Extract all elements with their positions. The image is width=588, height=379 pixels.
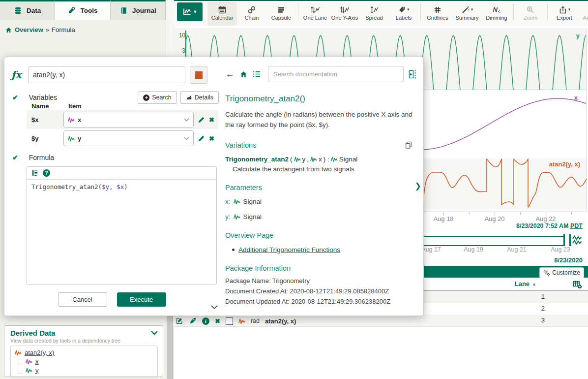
lane-label-y[interactable]: y xyxy=(576,32,580,39)
lane-column-header[interactable]: Lane ▲ xyxy=(515,280,536,287)
tree-root-link[interactable]: atan2(y, x) xyxy=(25,349,54,356)
toolbar-chain-button[interactable]: Chain xyxy=(237,2,266,26)
additional-trig-functions-link[interactable]: Additional Trigonometric Functions xyxy=(238,246,340,253)
rocket-icon[interactable] xyxy=(189,317,197,325)
parameters-heading: Parameters xyxy=(225,184,416,191)
timezone-link[interactable]: PDT xyxy=(570,222,583,229)
edit-variable-icon[interactable] xyxy=(198,116,205,124)
signature-return-type: Signal xyxy=(339,156,358,163)
collapse-panel-icon[interactable] xyxy=(409,69,416,80)
item-select-y[interactable]: y xyxy=(63,130,194,146)
chevron-down-icon: ▾ xyxy=(568,7,571,12)
area-chart-icon xyxy=(186,95,192,100)
summary-wand-icon xyxy=(461,5,470,14)
parameter-x: x: Signal xyxy=(225,198,416,205)
item-select-value: x xyxy=(78,116,81,124)
tab-journal[interactable]: Journal xyxy=(111,0,166,20)
copy-icon[interactable] xyxy=(405,141,412,149)
tree-child-link[interactable]: y xyxy=(35,367,39,374)
toolbar-zoom-button: Zoom xyxy=(516,2,545,26)
auto-update-icon[interactable] xyxy=(572,235,582,245)
remove-variable-icon[interactable]: ✖ xyxy=(209,135,214,142)
variables-section-title: Variables xyxy=(29,94,57,101)
row-checkbox[interactable] xyxy=(226,317,233,325)
signal-icon xyxy=(15,349,22,356)
index-list-icon[interactable] xyxy=(253,70,261,78)
toolbar-one-lane-button[interactable]: One Lane xyxy=(300,2,330,26)
formula-code-input[interactable]: Trigonometry_atan2($y, $x) xyxy=(27,180,216,194)
edit-variable-icon[interactable] xyxy=(198,135,205,142)
details-row-3-item: i ✖ rad atan2(y, x) xyxy=(176,316,296,326)
color-swatch-button[interactable] xyxy=(190,66,207,84)
info-icon[interactable]: i xyxy=(202,317,209,325)
edit-icon[interactable] xyxy=(176,317,183,325)
tree-child-link[interactable]: x xyxy=(35,358,39,365)
overview-page-heading: Overview Page xyxy=(225,231,416,239)
chevron-down-icon xyxy=(184,118,189,122)
toolbar-spread-label: Spread xyxy=(365,15,382,21)
breadcrumb-separator: » xyxy=(46,26,49,33)
y-axis-tick: 3 xyxy=(171,47,185,54)
collapse-chevron-icon[interactable] xyxy=(151,331,158,335)
help-icon[interactable]: ? xyxy=(43,169,50,177)
documentation-search-input[interactable] xyxy=(268,66,404,82)
remove-icon[interactable]: ✖ xyxy=(215,317,220,325)
toolbar-export-label: Export xyxy=(557,15,572,21)
time-range-handle[interactable] xyxy=(563,234,571,246)
toolbar-labels-button[interactable]: ▾ Labels xyxy=(389,2,418,26)
name-column-header: Name xyxy=(31,102,68,110)
expand-chevron-icon[interactable]: ❯ xyxy=(415,181,421,190)
formula-name-input[interactable] xyxy=(28,66,185,83)
search-items-button[interactable]: +Search xyxy=(138,91,177,104)
capsule-icon xyxy=(277,4,286,15)
back-icon[interactable]: ← xyxy=(225,69,235,79)
signature-text: y xyxy=(302,156,306,163)
customize-label: Customize xyxy=(552,269,580,276)
gears-icon xyxy=(543,269,550,276)
toolbar-export-button[interactable]: ▾ Export xyxy=(550,2,579,26)
toolbar-summary-button[interactable]: ▾ Summary xyxy=(452,2,482,26)
cancel-button[interactable]: Cancel xyxy=(58,292,107,307)
docs-home-icon[interactable] xyxy=(239,70,248,78)
toolbar-capsule-button[interactable]: Capsule xyxy=(266,2,296,26)
code-separator: , xyxy=(109,183,117,190)
signature-function-name: Trigonometry_atan2 xyxy=(225,156,289,163)
formula-editor-toolbar: ? xyxy=(27,167,216,180)
signal-icon xyxy=(26,367,32,374)
tree-item-x: x xyxy=(26,357,153,366)
details-button[interactable]: Details xyxy=(180,91,219,104)
variable-row-y: $y y ✖ xyxy=(27,129,218,148)
toolbar-calendar-button[interactable]: Calendar xyxy=(207,2,237,26)
tab-data[interactable]: Data xyxy=(0,0,55,20)
item-select-x[interactable]: x xyxy=(63,112,194,127)
wrench-icon xyxy=(67,6,76,15)
one-lane-icon xyxy=(310,4,320,15)
lane-label-x[interactable]: x xyxy=(574,94,578,101)
scrollbar-thumb[interactable] xyxy=(167,308,173,379)
trend-view-button[interactable]: ▼ xyxy=(177,2,203,21)
home-icon xyxy=(5,27,12,33)
formula-list-icon[interactable] xyxy=(31,169,38,177)
toolbar-gridlines-button[interactable]: Gridlines xyxy=(423,2,452,26)
toolbar-annotate-button: Annotate xyxy=(579,2,588,26)
fx-icon: ƒx xyxy=(11,69,28,81)
remove-variable-icon[interactable]: ✖ xyxy=(209,116,214,124)
spread-icon xyxy=(370,4,379,15)
package-updated: Document Updated At: 2020-08-12T21:49:29… xyxy=(225,298,416,305)
formula-tool-dialog: ƒx ✔ Variables +Search Details Name Item… xyxy=(4,57,424,316)
lane-label-atan2[interactable]: atan2(y, x) xyxy=(549,160,580,168)
timestamp-text: 8/23/2020 7:52 AM xyxy=(516,222,569,229)
toolbar-one-y-axis-button[interactable]: One Y-Axis xyxy=(330,2,359,26)
customize-button[interactable]: Customize xyxy=(539,267,584,278)
formula-editor: ? Trigonometry_atan2($y, $x) xyxy=(27,166,217,284)
item-select-value: y xyxy=(78,135,81,142)
breadcrumb-overview-link[interactable]: Overview xyxy=(15,26,43,33)
journal-icon xyxy=(119,6,128,15)
chevron-down-icon: ▾ xyxy=(407,7,410,12)
toolbar-spread-button[interactable]: Spread xyxy=(359,2,389,26)
tab-tools[interactable]: Tools xyxy=(55,0,110,20)
toolbar-dimming-button[interactable]: N Dimming xyxy=(482,2,511,26)
add-column-icon[interactable] xyxy=(573,280,582,289)
dialog-scroll-chevron-icon[interactable] xyxy=(211,305,218,310)
execute-button[interactable]: Execute xyxy=(117,292,166,307)
